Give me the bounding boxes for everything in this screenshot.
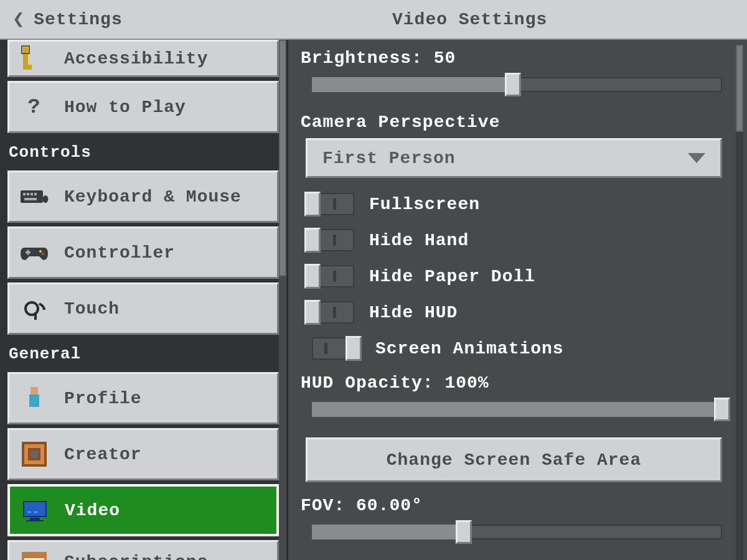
toggle-label: Fullscreen — [369, 195, 480, 214]
svg-rect-7 — [31, 193, 33, 195]
toggle-screen-animations[interactable] — [312, 337, 360, 360]
section-header-general: General — [0, 338, 286, 368]
toggle-row: Fullscreen — [306, 193, 722, 215]
sidebar-item-label: Touch — [64, 299, 120, 319]
hud-opacity-label: HUD Opacity: 100% — [301, 373, 727, 393]
section-header-controls: Controls — [0, 137, 286, 167]
toggle-hide-hud[interactable] — [306, 301, 354, 324]
chevron-left-icon: ❮ — [12, 7, 25, 32]
toggle-label: Screen Animations — [375, 339, 564, 358]
sidebar-item-video[interactable]: Video — [7, 484, 279, 536]
button-label: Change Screen Safe Area — [387, 450, 641, 470]
toggle-label: Hide Paper Doll — [369, 267, 535, 286]
sidebar-item-label: Accessibility — [64, 49, 208, 68]
sidebar-item-creator[interactable]: Creator — [7, 428, 279, 480]
video-icon — [19, 494, 51, 526]
creator-icon — [18, 438, 50, 470]
sidebar-item-accessibility[interactable]: Accessibility — [7, 40, 279, 77]
sidebar-item-label: Subscriptions — [64, 553, 208, 561]
dropdown-value: First Person — [322, 149, 456, 168]
main-scrollbar-thumb[interactable] — [736, 45, 743, 132]
page-title: Video Settings — [392, 10, 547, 29]
main-panel: Brightness: 50 Camera Perspective First … — [286, 40, 747, 560]
toggle-knob[interactable] — [304, 228, 321, 253]
change-safe-area-button[interactable]: Change Screen Safe Area — [306, 437, 722, 482]
svg-rect-6 — [27, 193, 29, 195]
touch-icon — [18, 292, 50, 325]
sidebar-item-label: How to Play — [64, 98, 186, 117]
main-scrollbar[interactable] — [736, 45, 743, 560]
toggle-knob[interactable] — [304, 300, 321, 325]
title-bar: ❮ Settings Video Settings — [0, 0, 747, 40]
controller-icon — [18, 236, 50, 269]
slider-thumb[interactable] — [505, 73, 521, 96]
camera-perspective-label: Camera Perspective — [301, 113, 727, 132]
sidebar-item-label: Creator — [64, 445, 142, 464]
svg-rect-23 — [26, 520, 44, 521]
toggle-row: Screen Animations — [312, 337, 722, 360]
brightness-label: Brightness: 50 — [301, 49, 727, 68]
svg-rect-4 — [21, 190, 43, 203]
svg-rect-14 — [27, 250, 29, 255]
svg-rect-8 — [34, 193, 37, 195]
key-icon — [18, 42, 50, 75]
toggle-fullscreen[interactable] — [306, 193, 354, 215]
keyboard-icon — [18, 180, 50, 213]
sidebar-scrollbar-thumb[interactable] — [279, 40, 286, 276]
sidebar-item-label: Video — [65, 501, 120, 520]
camera-perspective-dropdown[interactable]: First Person — [306, 138, 722, 178]
toggle-row: Hide HUD — [306, 301, 722, 324]
toggle-label: Hide HUD — [369, 303, 458, 322]
slider-thumb[interactable] — [714, 398, 730, 421]
sidebar-item-controller[interactable]: Controller — [7, 226, 279, 279]
back-button[interactable]: ❮ Settings — [0, 0, 135, 39]
svg-point-12 — [42, 253, 44, 255]
svg-rect-16 — [31, 387, 38, 394]
slider-thumb[interactable] — [456, 520, 472, 544]
question-icon: ? — [18, 91, 50, 123]
brightness-slider[interactable] — [312, 74, 722, 95]
back-button-label: Settings — [34, 10, 122, 29]
svg-rect-25 — [34, 511, 37, 513]
toggle-knob[interactable] — [345, 336, 362, 361]
chevron-down-icon — [688, 153, 705, 163]
svg-rect-20 — [31, 450, 38, 458]
toggle-hide-hand[interactable] — [306, 229, 354, 251]
sidebar-item-label: Keyboard & Mouse — [64, 187, 242, 207]
sidebar-item-label: Profile — [64, 389, 142, 408]
fov-label: FOV: 60.00° — [301, 496, 727, 515]
toggle-knob[interactable] — [304, 192, 321, 217]
toggle-knob[interactable] — [304, 264, 321, 289]
sidebar-item-label: Controller — [64, 243, 175, 263]
toggle-label: Hide Hand — [369, 231, 469, 250]
sidebar: Accessibility ? How to Play Controls Key… — [0, 40, 286, 560]
profile-icon — [18, 382, 50, 414]
toggle-hide-paper-doll[interactable] — [306, 265, 354, 287]
sidebar-scrollbar[interactable] — [279, 40, 286, 560]
sidebar-item-subscriptions[interactable]: Subscriptions — [7, 540, 279, 560]
svg-rect-27 — [23, 553, 45, 558]
hud-opacity-slider[interactable] — [312, 399, 722, 420]
svg-rect-2 — [28, 65, 32, 70]
svg-point-11 — [39, 250, 42, 253]
svg-rect-21 — [24, 502, 46, 516]
sidebar-item-how-to-play[interactable]: ? How to Play — [7, 81, 279, 133]
sidebar-item-keyboard-mouse[interactable]: Keyboard & Mouse — [7, 170, 279, 223]
sidebar-item-touch[interactable]: Touch — [7, 282, 279, 335]
svg-rect-9 — [24, 198, 37, 200]
svg-point-10 — [43, 195, 49, 203]
calendar-icon — [18, 546, 50, 560]
svg-rect-22 — [30, 518, 40, 520]
svg-rect-17 — [29, 394, 39, 407]
sidebar-item-profile[interactable]: Profile — [7, 372, 279, 424]
fov-slider[interactable] — [312, 521, 722, 543]
svg-rect-1 — [23, 60, 28, 70]
toggle-row: Hide Hand — [306, 229, 722, 251]
svg-rect-24 — [27, 511, 31, 513]
svg-rect-5 — [23, 193, 26, 195]
toggle-row: Hide Paper Doll — [306, 265, 722, 287]
